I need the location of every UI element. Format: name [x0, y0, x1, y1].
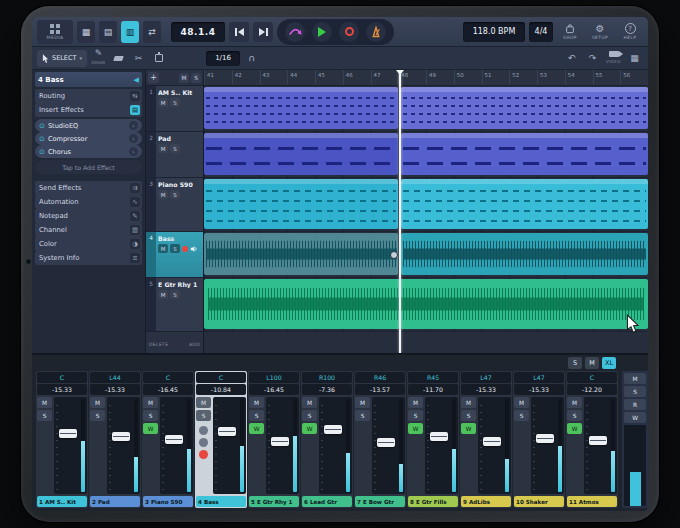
media-button[interactable]: MEDIA	[37, 20, 73, 44]
volume-display[interactable]: -15.33	[37, 384, 87, 395]
video-button[interactable]: VIDEO	[605, 50, 622, 67]
write-automation-button[interactable]: W	[249, 423, 264, 434]
fader-cap[interactable]	[483, 437, 501, 446]
midi-clip[interactable]	[204, 179, 398, 229]
channel-name-label[interactable]: 5 E Gtr Rhy 1	[249, 496, 299, 507]
write-automation-button[interactable]: W	[461, 423, 476, 434]
pan-display[interactable]: R100	[302, 372, 352, 383]
insert-effect-slot[interactable]: ⊙ Chorus ›	[35, 145, 142, 158]
solo-button[interactable]: S	[37, 410, 52, 421]
master-write-button[interactable]: W	[624, 412, 646, 423]
channel-name-label[interactable]: 3 Piano S90	[143, 496, 193, 507]
midi-clip[interactable]	[204, 87, 398, 129]
solo-button[interactable]: S	[461, 410, 476, 421]
add-effect-button[interactable]: Tap to Add Effect	[35, 160, 142, 174]
inspector-item[interactable]: Channel ▥	[35, 223, 142, 237]
fader-cap[interactable]	[59, 429, 77, 438]
pan-display[interactable]: L100	[249, 372, 299, 383]
add-track-footer-button[interactable]: ADD	[189, 342, 200, 347]
inspector-header[interactable]: 4 Bass ◀	[35, 72, 142, 87]
audio-clip[interactable]	[204, 279, 648, 329]
midi-clip[interactable]	[401, 179, 648, 229]
draw-tool-button[interactable]: ✎ DRAW	[90, 50, 107, 67]
solo-button[interactable]: S	[302, 410, 317, 421]
volume-display[interactable]: -15.33	[90, 384, 140, 395]
volume-display[interactable]: -12.20	[567, 384, 617, 395]
mixer-channel-strip[interactable]: L100 -16.45 M S W	[248, 371, 300, 508]
fader-cap[interactable]	[324, 425, 342, 434]
mixer-icon-button[interactable]: ▥	[121, 21, 139, 43]
inspector-item[interactable]: Color ◑	[35, 237, 142, 251]
routing-icon-button[interactable]: ⇄	[143, 21, 161, 43]
select-tool-button[interactable]: SELECT ▾	[37, 50, 87, 67]
pan-display[interactable]: R45	[408, 372, 458, 383]
power-icon[interactable]: ⊙	[39, 148, 45, 156]
volume-display[interactable]: -16.45	[249, 384, 299, 395]
keys-icon-button[interactable]: ▤	[99, 21, 117, 43]
mute-button[interactable]: M	[249, 397, 264, 408]
tempo-display[interactable]: 118.0 BPM	[463, 22, 525, 42]
mute-button[interactable]: M	[90, 397, 105, 408]
fader-cap[interactable]	[589, 436, 607, 445]
midi-clip[interactable]	[204, 133, 398, 175]
erase-tool-button[interactable]	[110, 50, 127, 67]
master-solo-button[interactable]: S	[624, 386, 646, 397]
add-track-button[interactable]: +	[148, 72, 159, 83]
mixer-channel-strip[interactable]: C -15.33 M S W	[36, 371, 88, 508]
track-header[interactable]: 4 Bass M S	[146, 232, 203, 278]
power-icon[interactable]: ⊙	[39, 135, 45, 143]
channel-name-label[interactable]: 9 AdLibs	[461, 496, 511, 507]
audio-clip[interactable]	[204, 233, 398, 275]
master-mute-button[interactable]: M	[624, 373, 646, 384]
quantize-value[interactable]: 1/16	[206, 51, 240, 66]
volume-display[interactable]: -11.70	[408, 384, 458, 395]
track-solo-button[interactable]: S	[170, 144, 180, 153]
pan-display[interactable]: C	[196, 372, 246, 383]
channel-fader[interactable]	[107, 397, 140, 494]
channel-fader[interactable]	[213, 397, 246, 494]
metronome-button[interactable]	[366, 22, 386, 42]
channel-name-label[interactable]: 2 Pad	[90, 496, 140, 507]
channel-fader[interactable]	[584, 397, 617, 494]
pan-display[interactable]: L47	[514, 372, 564, 383]
inspector-item[interactable]: Automation ∿	[35, 195, 142, 209]
volume-display[interactable]: -10.84	[196, 384, 246, 395]
master-read-button[interactable]: R	[624, 399, 646, 410]
volume-display[interactable]: -16.45	[143, 384, 193, 395]
grid-view-button[interactable]: ▦	[626, 50, 643, 67]
mute-button[interactable]: M	[355, 397, 370, 408]
solo-button[interactable]: S	[249, 410, 264, 421]
channel-fader[interactable]	[425, 397, 458, 494]
volume-display[interactable]: -15.33	[514, 384, 564, 395]
play-button[interactable]	[312, 22, 332, 42]
mixer-channel-strip[interactable]: R46 -13.57 M S W	[354, 371, 406, 508]
timeline-ruler[interactable]: 41424344454647484950515253545556	[204, 70, 648, 86]
volume-display[interactable]: -15.33	[461, 384, 511, 395]
volume-display[interactable]: -13.57	[355, 384, 405, 395]
go-to-end-button[interactable]	[253, 22, 273, 42]
fx-button[interactable]	[199, 438, 208, 447]
mixer-channel-strip[interactable]: L47 -15.33 M S W	[460, 371, 512, 508]
pan-display[interactable]: R46	[355, 372, 405, 383]
inspector-item[interactable]: Routing ⇆	[35, 89, 142, 103]
solo-button[interactable]: S	[355, 410, 370, 421]
track-mute-button[interactable]: M	[158, 244, 168, 253]
channel-fader[interactable]	[319, 397, 352, 494]
collapse-icon[interactable]: ◀	[134, 76, 139, 84]
track-header[interactable]: 5 E Gtr Rhy 1 M S	[146, 278, 203, 332]
channel-fader[interactable]	[531, 397, 564, 494]
mixer-size-button[interactable]: XL	[602, 357, 616, 369]
cycle-button[interactable]	[285, 22, 305, 42]
inspector-item[interactable]: Insert Effects ▤	[35, 103, 142, 117]
midi-clip[interactable]	[401, 87, 648, 129]
split-tool-button[interactable]: ✂	[130, 50, 147, 67]
channel-name-label[interactable]: 10 Shaker	[514, 496, 564, 507]
mixer-channel-strip[interactable]: R100 -7.36 M S W	[301, 371, 353, 508]
fader-cap[interactable]	[430, 432, 448, 441]
fader-cap[interactable]	[218, 427, 236, 436]
solo-button[interactable]: S	[196, 410, 211, 421]
mixer-channel-strip[interactable]: C -10.84 M S W	[195, 371, 247, 508]
channel-fader[interactable]	[160, 397, 193, 494]
track-header[interactable]: 1 AM S.. Kit M S	[146, 86, 203, 132]
pan-display[interactable]: C	[567, 372, 617, 383]
